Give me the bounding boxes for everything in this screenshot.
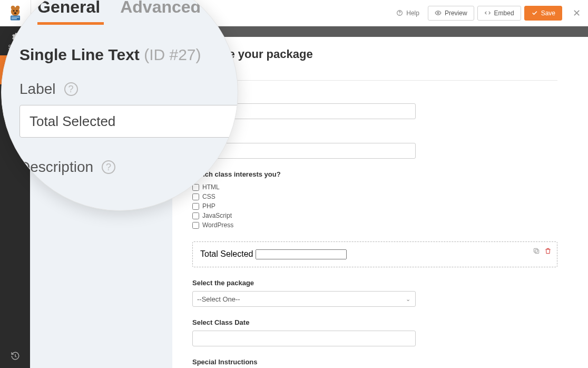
field-type-title: Single Line Text (ID #27) xyxy=(19,30,220,67)
field-email[interactable]: Email xyxy=(192,131,557,159)
checkbox[interactable] xyxy=(192,203,199,210)
field-label: Name xyxy=(192,91,557,99)
help-link[interactable]: Help xyxy=(396,9,419,17)
tab-general[interactable]: General xyxy=(37,0,100,17)
checkbox-row[interactable]: JavaScript xyxy=(192,211,557,220)
duplicate-icon[interactable] xyxy=(533,247,540,257)
field-special-instructions[interactable]: Special Instructions xyxy=(192,358,557,366)
field-label: Which class interests you? xyxy=(192,170,557,178)
code-icon xyxy=(484,9,491,16)
checkbox-label: HTML xyxy=(202,183,220,191)
field-label: Email xyxy=(192,131,557,139)
svg-rect-7 xyxy=(12,16,19,17)
svg-point-4 xyxy=(16,10,18,12)
email-input[interactable] xyxy=(192,143,416,159)
class-date-input[interactable] xyxy=(192,331,416,346)
svg-rect-8 xyxy=(12,18,17,19)
history-icon xyxy=(11,351,20,361)
field-label: Select the package xyxy=(192,279,557,287)
field-type-name: Single Line Text xyxy=(19,46,140,63)
eye-icon xyxy=(435,9,442,16)
checkbox[interactable] xyxy=(192,184,199,191)
field-label: Special Instructions xyxy=(192,358,557,366)
checkbox-label: WordPress xyxy=(202,221,233,229)
help-label: Help xyxy=(406,9,419,17)
field-package[interactable]: Select the package --Select One-- ⌄ xyxy=(192,279,557,307)
help-icon xyxy=(396,9,403,16)
checkbox-label: JavaScript xyxy=(202,212,232,219)
checkbox[interactable] xyxy=(192,193,199,200)
checkbox-row[interactable]: HTML xyxy=(192,182,557,192)
field-total-selected[interactable]: Total Selected xyxy=(192,241,557,267)
tab-advanced[interactable]: Advanced xyxy=(120,0,201,17)
checkbox[interactable] xyxy=(192,222,199,229)
preview-label: Preview xyxy=(445,9,467,17)
divider xyxy=(192,80,557,81)
label-row: Label ? xyxy=(19,81,220,98)
sidebar-history[interactable] xyxy=(0,344,30,368)
svg-point-2 xyxy=(16,5,20,9)
page-title: Choose your package xyxy=(192,47,557,61)
checkbox[interactable] xyxy=(192,212,199,219)
svg-rect-6 xyxy=(11,15,20,20)
svg-rect-15 xyxy=(535,250,539,254)
checkbox-row[interactable]: PHP xyxy=(192,201,557,211)
checkbox-label: CSS xyxy=(202,193,215,200)
app-logo xyxy=(7,5,23,21)
svg-rect-16 xyxy=(534,248,537,252)
checkbox-row[interactable]: CSS xyxy=(192,192,557,201)
embed-label: Embed xyxy=(494,9,514,17)
field-name[interactable]: Name xyxy=(192,91,557,119)
check-icon xyxy=(531,9,538,16)
svg-point-5 xyxy=(14,12,17,14)
page-description: description xyxy=(192,63,557,71)
save-label: Save xyxy=(541,9,555,17)
description-row: Description ? xyxy=(19,159,220,176)
help-icon[interactable]: ? xyxy=(64,82,78,96)
close-icon[interactable]: ✕ xyxy=(573,7,581,19)
trash-icon[interactable] xyxy=(544,247,552,257)
field-id: (ID #27) xyxy=(144,46,201,63)
class-checkboxes: HTML CSS PHP JavaScript WordPress xyxy=(192,182,557,230)
checkbox-row[interactable]: WordPress xyxy=(192,220,557,230)
label-input[interactable]: Total Selected xyxy=(19,105,238,138)
save-button[interactable]: Save xyxy=(524,6,562,21)
svg-point-11 xyxy=(437,12,439,14)
preview-button[interactable]: Preview xyxy=(428,6,474,21)
svg-point-10 xyxy=(399,14,400,15)
total-selected-input[interactable] xyxy=(256,249,347,259)
field-label: Select Class Date xyxy=(192,318,557,326)
svg-point-3 xyxy=(13,10,15,12)
svg-point-1 xyxy=(11,5,15,9)
checkbox-label: PHP xyxy=(202,202,215,210)
embed-button[interactable]: Embed xyxy=(477,6,521,21)
field-class-date[interactable]: Select Class Date xyxy=(192,318,557,346)
field-class[interactable]: Which class interests you? HTML CSS PHP … xyxy=(192,170,557,230)
field-label: Total Selected xyxy=(200,249,253,258)
label-input-value: Total Selected xyxy=(30,113,115,130)
package-select[interactable]: --Select One-- xyxy=(192,291,416,307)
label-label: Label xyxy=(19,81,56,98)
help-icon[interactable]: ? xyxy=(102,160,115,174)
